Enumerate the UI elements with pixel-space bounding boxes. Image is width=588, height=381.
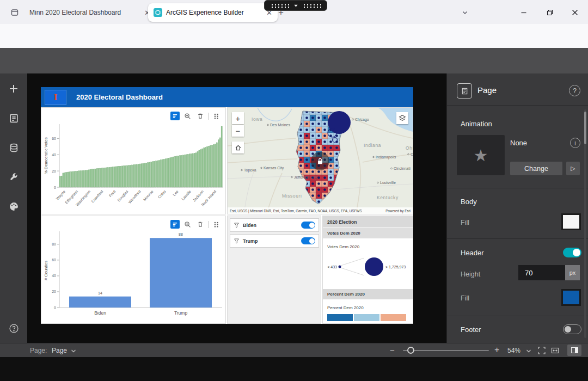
- capture-dots-left: [271, 3, 289, 8]
- zoom-out-minus[interactable]: −: [390, 346, 395, 355]
- header-fill-label: Fill: [461, 294, 469, 302]
- svg-text:Biden: Biden: [94, 310, 106, 316]
- swatch-salmon: [381, 314, 406, 321]
- page-label: Page:: [30, 347, 47, 354]
- animation-preview[interactable]: ★: [457, 135, 505, 175]
- svg-text:Crawford: Crawford: [90, 189, 103, 204]
- panel-help-icon[interactable]: ?: [569, 85, 580, 96]
- screen-capture-toolbar[interactable]: [264, 0, 327, 11]
- fit-width-icon[interactable]: [551, 347, 559, 354]
- fit-to-screen-icon[interactable]: [538, 347, 546, 354]
- svg-text:Kansas City: Kansas City: [264, 166, 284, 170]
- capture-dots-right: [303, 3, 321, 8]
- bubble-max-label: > 1,725,973: [385, 265, 406, 269]
- toggle-side-panel-button[interactable]: [567, 345, 581, 356]
- map-layers-button[interactable]: [396, 112, 408, 124]
- svg-text:14: 14: [98, 291, 102, 295]
- bar-chart-counties-won: # Counties02040608014Biden88Trump: [41, 216, 225, 323]
- page-selector[interactable]: Page: [52, 347, 67, 354]
- zoom-slider-track[interactable]: [403, 350, 489, 351]
- svg-text:Missouri: Missouri: [282, 193, 302, 199]
- selection-tool-icon[interactable]: [170, 112, 180, 120]
- star-icon: ★: [474, 146, 488, 165]
- chart-toolbar: [170, 220, 221, 229]
- map-zoom-out-button[interactable]: −: [232, 125, 244, 137]
- filter-item-biden[interactable]: Biden: [230, 218, 319, 232]
- header-fill-swatch[interactable]: [561, 289, 581, 306]
- illinois-logo: I: [45, 90, 66, 105]
- firefox-view-icon[interactable]: [8, 7, 22, 19]
- filter-item-trump[interactable]: Trump: [230, 234, 319, 248]
- toggle-knob: [309, 223, 315, 228]
- header-height-input[interactable]: 70: [518, 265, 565, 280]
- animation-info-icon[interactable]: i: [570, 138, 580, 148]
- filter-toggle-on[interactable]: [301, 222, 315, 229]
- chart-democratic-votes[interactable]: % Democratic Votes0204060WayneEffinghamW…: [41, 107, 226, 214]
- filter-label: Biden: [243, 223, 256, 228]
- panel-title: Page: [477, 85, 497, 95]
- zoom-chevron-icon[interactable]: [526, 349, 531, 353]
- window-restore-button[interactable]: [540, 6, 560, 19]
- data-panel-icon[interactable]: [7, 141, 20, 154]
- svg-text:Monroe: Monroe: [143, 189, 154, 201]
- animation-play-button[interactable]: ▷: [566, 162, 580, 175]
- tab-title: ArcGIS Experience Builder: [166, 9, 244, 16]
- insert-widget-plus-icon[interactable]: [7, 82, 20, 95]
- animation-change-button[interactable]: Change: [510, 162, 562, 175]
- dashboard-artboard[interactable]: I 2020 Electoral Dashboard % Demo: [41, 87, 413, 324]
- svg-text:60: 60: [52, 258, 56, 262]
- selection-tool-icon[interactable]: [170, 220, 180, 229]
- zoom-in-icon[interactable]: [183, 220, 192, 229]
- tools-wrench-icon[interactable]: [7, 170, 20, 183]
- svg-text:Iowa: Iowa: [252, 116, 262, 122]
- legend-color-swatches: [327, 314, 406, 321]
- tab-experience-builder[interactable]: ArcGIS Experience Builder ✕: [148, 3, 278, 22]
- map-widget[interactable]: IowaIndianaOhioMissouriKentuckyDes Moine…: [227, 107, 413, 214]
- page-selector-chevron-icon[interactable]: [71, 349, 76, 353]
- filter-toggle-on[interactable]: [301, 237, 315, 244]
- window-close-button[interactable]: [565, 6, 585, 19]
- zoom-slider-handle[interactable]: [407, 347, 414, 354]
- zoom-in-plus[interactable]: +: [494, 345, 499, 355]
- footer-toggle-off[interactable]: [563, 324, 581, 334]
- capture-chevron-down-icon: [293, 3, 298, 8]
- swatch-light-blue: [354, 314, 379, 321]
- legend-group2-sub: Percent Dem 2020: [327, 305, 364, 310]
- map-zoom-in-button[interactable]: +: [232, 112, 244, 124]
- svg-text:0: 0: [54, 186, 56, 189]
- bar-chart-dem-vote-share: % Democratic Votes0204060WayneEffinghamW…: [41, 108, 225, 214]
- page-settings-panel: Page ? Animation ★ None i Change ▷ Body …: [446, 73, 588, 343]
- tab-title: Minn 2020 Electoral Dashboard: [29, 9, 121, 16]
- map-locked-indicator[interactable]: [311, 152, 329, 170]
- chart-counties-won[interactable]: # Counties02040608014Biden88Trump: [41, 216, 226, 324]
- builder-status-bar: Page: Page − + 54%: [0, 343, 588, 357]
- zoom-in-icon[interactable]: [183, 112, 192, 120]
- svg-text:40: 40: [52, 153, 56, 157]
- header-section-label: Header: [461, 249, 484, 257]
- clear-selection-trash-icon[interactable]: [195, 220, 205, 229]
- body-fill-label: Fill: [461, 219, 469, 226]
- page-panel-icon[interactable]: [7, 112, 20, 125]
- dashboard-title: 2020 Electoral Dashboard: [76, 93, 163, 101]
- panel-scrollbar-track[interactable]: [584, 109, 586, 338]
- toggle-knob: [573, 249, 580, 256]
- panel-scrollbar-thumb[interactable]: [584, 112, 586, 144]
- window-minimize-button[interactable]: [514, 6, 534, 19]
- list-tabs-chevron-icon[interactable]: [458, 7, 471, 18]
- svg-text:Cincinnati: Cincinnati: [394, 167, 411, 170]
- tab-electoral-dashboard[interactable]: Minn 2020 Electoral Dashboard ✕: [24, 3, 156, 22]
- zoom-percent[interactable]: 54%: [507, 347, 520, 354]
- help-icon[interactable]: [7, 322, 20, 335]
- body-fill-swatch[interactable]: [561, 213, 581, 230]
- svg-text:Lasalle: Lasalle: [181, 189, 192, 201]
- map-home-button[interactable]: [232, 142, 244, 153]
- chart-actions-grid-icon[interactable]: [212, 220, 221, 229]
- clear-selection-trash-icon[interactable]: [195, 112, 205, 120]
- header-toggle-on[interactable]: [563, 248, 581, 257]
- theme-palette-icon[interactable]: [7, 200, 20, 213]
- chart-actions-grid-icon[interactable]: [212, 112, 221, 120]
- svg-text:Topeka: Topeka: [244, 168, 256, 173]
- builder-toolbar: Minn 2020 Electoral Dashboard Draft Lock…: [0, 48, 588, 73]
- svg-text:Des Moines: Des Moines: [270, 123, 290, 127]
- legend-group1-sub: Votes Dem 2020: [327, 244, 359, 249]
